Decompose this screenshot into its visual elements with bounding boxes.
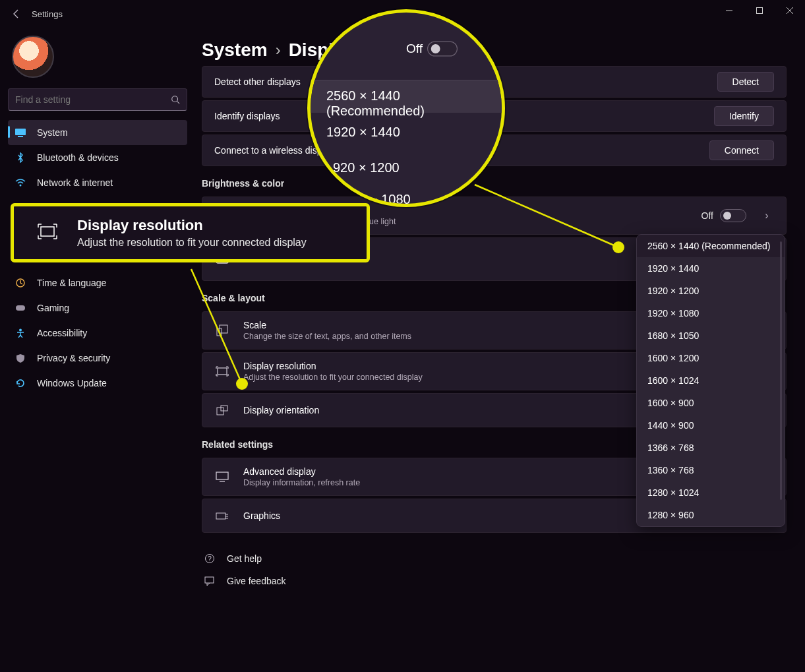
- resolution-option[interactable]: 2560 × 1440 (Recommended): [637, 235, 785, 257]
- minimize-icon: [725, 7, 733, 15]
- breadcrumb: System › Display: [202, 40, 787, 61]
- nav-time-language[interactable]: Time & language: [8, 270, 187, 295]
- toggle-switch: [427, 42, 458, 57]
- footer-links: ? Get help Give feedback: [202, 547, 787, 592]
- nav-privacy[interactable]: Privacy & security: [8, 346, 187, 371]
- monitor-icon: [214, 472, 230, 482]
- toggle-label: Off: [701, 210, 713, 221]
- zoom-toggle-label: Off: [406, 42, 423, 56]
- nav-label: Time & language: [37, 278, 106, 288]
- resolution-icon: [214, 366, 230, 377]
- resolution-option[interactable]: 1920 × 1080: [637, 302, 785, 324]
- update-icon: [15, 377, 26, 389]
- help-icon: ?: [204, 553, 215, 564]
- resolution-option[interactable]: 1920 × 1200: [637, 280, 785, 302]
- wifi-icon: [15, 177, 26, 189]
- nav-label: System: [37, 127, 68, 138]
- nav-label: Gaming: [37, 303, 69, 313]
- chevron-right-icon[interactable]: ›: [760, 210, 774, 222]
- window-caption-buttons: [714, 0, 805, 21]
- connect-button[interactable]: Connect: [709, 140, 774, 160]
- zoom-option-1: 2560 × 1440 (Recommended): [326, 88, 502, 119]
- resolution-option[interactable]: 1600 × 1024: [637, 369, 785, 392]
- resolution-option[interactable]: 1600 × 1200: [637, 347, 785, 369]
- link-label: Get help: [227, 553, 262, 564]
- svg-rect-21: [216, 513, 225, 519]
- svg-rect-6: [15, 129, 26, 135]
- window-title: Settings: [32, 9, 63, 19]
- orientation-icon: [214, 405, 230, 415]
- graphics-icon: [214, 511, 230, 520]
- nav-accessibility[interactable]: Accessibility: [8, 321, 187, 346]
- breadcrumb-root[interactable]: System: [202, 40, 268, 61]
- accessibility-icon: [15, 327, 26, 339]
- resolution-icon: [38, 224, 57, 242]
- svg-rect-28: [41, 227, 54, 236]
- gamepad-icon: [15, 302, 26, 314]
- nav-label: Accessibility: [37, 328, 87, 338]
- minimize-button[interactable]: [714, 0, 744, 21]
- zoom-option-3: 920 × 1200: [333, 160, 502, 175]
- annotation-zoom-bubble: Off 2560 × 1440 (Recommended) 1920 × 144…: [307, 9, 505, 207]
- svg-rect-19: [216, 472, 228, 479]
- give-feedback-link[interactable]: Give feedback: [202, 570, 787, 592]
- sidebar: System Bluetooth & devices Network & int…: [0, 28, 195, 672]
- svg-rect-15: [220, 325, 227, 333]
- nav-system[interactable]: System: [8, 120, 187, 145]
- resolution-option[interactable]: 1366 × 768: [637, 437, 785, 459]
- scale-icon: [214, 324, 230, 336]
- callout-title: Display resolution: [77, 217, 352, 234]
- feedback-icon: [204, 576, 215, 586]
- resolution-option[interactable]: 1920 × 1440: [637, 257, 785, 280]
- close-button[interactable]: [775, 0, 805, 21]
- scrollbar-track[interactable]: [780, 241, 782, 500]
- section-heading-brightness: Brightness & color: [202, 178, 787, 189]
- link-label: Give feedback: [227, 576, 286, 586]
- nav-gaming[interactable]: Gaming: [8, 295, 187, 321]
- arrow-left-icon: [11, 9, 22, 19]
- resolution-option[interactable]: 1360 × 768: [637, 459, 785, 481]
- back-button[interactable]: [1, 0, 32, 28]
- svg-rect-16: [218, 368, 227, 375]
- resolution-option[interactable]: 1680 × 1050: [637, 324, 785, 347]
- user-avatar[interactable]: [12, 36, 54, 78]
- search-input[interactable]: [15, 94, 171, 105]
- clock-icon: [15, 277, 26, 289]
- zoom-option-2: 1920 × 1440: [326, 125, 502, 140]
- svg-rect-18: [221, 406, 227, 411]
- search-icon: [171, 95, 180, 104]
- resolution-option[interactable]: 1600 × 900: [637, 392, 785, 414]
- system-icon: [15, 127, 26, 138]
- nav-label: Windows Update: [37, 378, 107, 388]
- callout-subtitle: Adjust the resolution to fit your connec…: [77, 237, 352, 249]
- svg-rect-1: [757, 8, 763, 14]
- maximize-button[interactable]: [744, 0, 775, 21]
- svg-line-5: [177, 102, 180, 104]
- nav-network[interactable]: Network & internet: [8, 170, 187, 195]
- svg-rect-27: [205, 577, 214, 583]
- nav-label: Network & internet: [37, 177, 113, 188]
- get-help-link[interactable]: ? Get help: [202, 547, 787, 570]
- nav-bluetooth[interactable]: Bluetooth & devices: [8, 145, 187, 170]
- night-light-toggle[interactable]: Off: [701, 209, 746, 222]
- search-box[interactable]: [8, 88, 187, 111]
- nav-label: Bluetooth & devices: [37, 152, 119, 163]
- svg-point-8: [20, 185, 22, 187]
- shield-icon: [15, 352, 26, 364]
- resolution-option[interactable]: 1280 × 1024: [637, 481, 785, 504]
- identify-button[interactable]: Identify: [714, 106, 774, 126]
- annotation-callout: Display resolution Adjust the resolution…: [11, 203, 370, 262]
- svg-rect-11: [16, 305, 25, 311]
- nav-windows-update[interactable]: Windows Update: [8, 371, 187, 396]
- resolution-dropdown[interactable]: 2560 × 1440 (Recommended)1920 × 14401920…: [636, 234, 785, 527]
- svg-text:?: ?: [208, 555, 212, 563]
- svg-point-12: [19, 329, 22, 332]
- svg-point-4: [172, 96, 178, 102]
- detect-button[interactable]: Detect: [717, 72, 774, 92]
- chevron-right-icon: ›: [276, 41, 281, 59]
- resolution-option[interactable]: 1280 × 960: [637, 504, 785, 526]
- svg-rect-7: [18, 136, 23, 137]
- nav-label: Privacy & security: [37, 353, 110, 363]
- resolution-option[interactable]: 1440 × 900: [637, 414, 785, 437]
- toggle-switch[interactable]: [720, 209, 746, 222]
